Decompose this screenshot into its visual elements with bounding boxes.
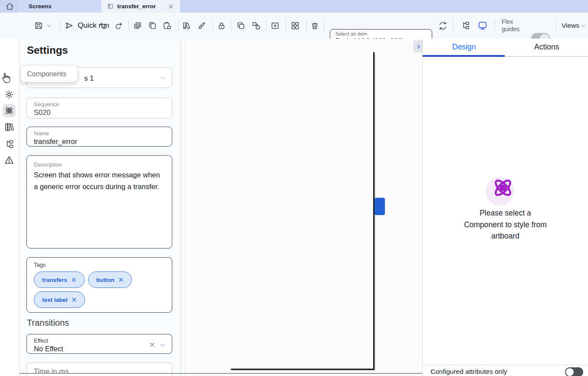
add-folder-button[interactable]	[268, 18, 283, 33]
tab-transfer-error[interactable]: transfer_error	[101, 0, 180, 13]
group-icon	[236, 21, 246, 30]
layers-tree-button[interactable]	[458, 18, 473, 33]
duplicate-icon	[133, 21, 142, 30]
components-grid-button[interactable]	[288, 18, 302, 33]
toolbar-separator	[178, 20, 178, 31]
description-field[interactable]: Description Screen that shows error mess…	[26, 155, 172, 248]
refresh-icon	[438, 21, 448, 31]
home-button[interactable]	[0, 0, 20, 13]
artboard-drag-handle[interactable]	[374, 198, 385, 215]
toolbar-separator	[59, 20, 60, 31]
tab-close-button[interactable]	[168, 3, 174, 10]
copy-button[interactable]	[145, 18, 160, 33]
preview-monitor-button[interactable]	[475, 18, 490, 33]
effect-dropdown[interactable]: Effect No Effect	[26, 334, 172, 354]
views-label: Views	[562, 22, 579, 29]
sequence-field[interactable]: Sequence S020	[26, 98, 172, 118]
clear-icon[interactable]	[149, 342, 155, 348]
toolbar-separator	[231, 20, 232, 31]
screen-window-icon	[107, 3, 114, 10]
tag-chip[interactable]: transfers	[34, 271, 85, 288]
chevron-down-icon	[580, 23, 587, 29]
components-tooltip: Components	[21, 66, 77, 82]
trash-icon	[310, 21, 319, 30]
sidebar-item-library[interactable]	[3, 121, 16, 134]
canvas-edge-line	[185, 39, 185, 376]
atom-icon	[490, 175, 516, 200]
brush-icon	[197, 21, 207, 30]
design-panel-footer: Configured attributes only	[423, 365, 588, 376]
tab-screens[interactable]: Screens	[20, 0, 101, 13]
brush-button[interactable]	[194, 18, 209, 33]
atom-icon	[4, 105, 14, 116]
time-field[interactable]: Time in ms	[26, 363, 172, 376]
palette-icon	[182, 21, 191, 30]
sidebar-item-components[interactable]	[3, 104, 16, 117]
tag-label: text label	[42, 297, 68, 303]
toolbar-separator	[324, 20, 325, 31]
lock-icon	[217, 21, 226, 30]
paste-button[interactable]	[160, 18, 174, 33]
name-label: Name	[34, 130, 165, 137]
empty-state: Please select a Component to style from …	[423, 175, 588, 242]
toggle-knob	[566, 368, 574, 376]
sidebar-item-issues[interactable]	[3, 154, 16, 167]
ungroup-button[interactable]	[249, 18, 263, 33]
run-icon	[64, 20, 74, 31]
toolbar-separator	[128, 20, 129, 31]
tags-field[interactable]: Tags transfers button text label	[26, 257, 172, 313]
remove-tag-icon[interactable]	[118, 277, 124, 282]
remove-tag-icon[interactable]	[71, 277, 76, 282]
empty-state-message: Please select a Component to style from …	[445, 207, 566, 242]
copy-icon	[148, 21, 157, 30]
tab-design[interactable]: Design	[423, 39, 506, 56]
toolbar-separator	[495, 20, 495, 31]
design-panel: Design Actions Please select a Component…	[422, 39, 588, 376]
views-dropdown[interactable]: Views	[562, 22, 587, 29]
active-tab-underline	[423, 55, 505, 57]
palette-button[interactable]	[179, 18, 194, 33]
toolbar-separator	[556, 20, 556, 31]
refresh-button[interactable]	[435, 18, 450, 33]
transitions-heading: Transitions	[27, 318, 69, 328]
monitor-icon	[477, 20, 488, 31]
settings-panel: Settings s 1 Components Sequence S020 Na…	[20, 39, 181, 376]
artboard-shadow	[233, 370, 375, 371]
window-bottom-edge	[20, 373, 422, 374]
undo-button[interactable]	[96, 18, 111, 33]
save-icon	[34, 21, 43, 30]
time-label: Time in ms	[34, 367, 165, 376]
remove-tag-icon[interactable]	[72, 297, 77, 302]
tab-actions[interactable]: Actions	[506, 39, 588, 56]
sidebar-item-settings[interactable]	[3, 88, 16, 101]
canvas[interactable]	[181, 39, 422, 376]
duplicate-button[interactable]	[130, 18, 145, 33]
lock-button[interactable]	[214, 18, 229, 33]
sequence-label: Sequence	[34, 101, 165, 108]
effect-value: No Effect	[34, 344, 165, 353]
artboard-bottom-edge	[231, 369, 374, 370]
redo-button[interactable]	[111, 18, 126, 33]
group-button[interactable]	[233, 18, 248, 33]
flex-guides-label: Flex guides	[502, 18, 519, 33]
chevron-down-icon	[46, 23, 52, 29]
ungroup-icon	[251, 21, 261, 30]
toolbar-separator	[266, 20, 267, 31]
app-window: Screens transfer_error	[0, 0, 588, 376]
folder-plus-icon	[270, 21, 280, 30]
warning-icon	[4, 155, 14, 165]
configured-attributes-toggle[interactable]	[565, 367, 583, 376]
description-value: Screen that shows error message when a g…	[34, 169, 165, 193]
delete-button[interactable]	[307, 18, 322, 33]
settings-title: Settings	[27, 44, 68, 56]
name-field[interactable]: Name transfer_error	[26, 127, 172, 147]
design-panel-tabs: Design Actions	[423, 39, 588, 56]
tag-chip[interactable]: text label	[34, 291, 85, 308]
toolbar-separator	[306, 20, 306, 31]
home-icon	[5, 2, 14, 11]
sidebar-item-hierarchy[interactable]	[3, 137, 16, 150]
chevron-down-icon[interactable]	[160, 342, 166, 348]
tag-chip[interactable]: button	[88, 271, 132, 288]
save-options-button[interactable]	[44, 18, 54, 33]
toolbar: Quick run	[0, 13, 588, 39]
